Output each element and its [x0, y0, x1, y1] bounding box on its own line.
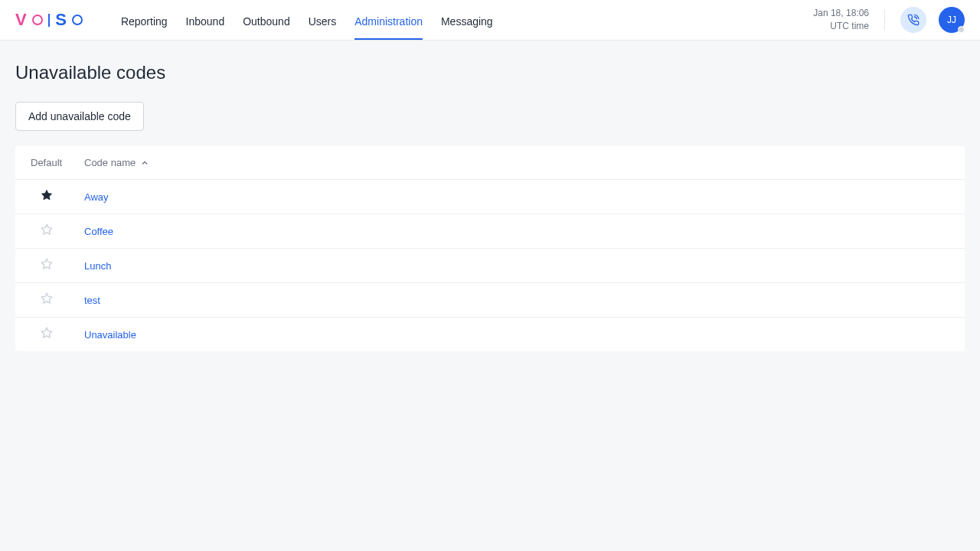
default-cell [31, 189, 84, 204]
codes-table: Default Code name Away Coffee [15, 146, 965, 351]
phone-button[interactable] [900, 7, 926, 33]
star-outline-icon[interactable] [41, 292, 53, 308]
time-display: Jan 18, 18:06 UTC time [813, 7, 869, 33]
code-name-link[interactable]: test [84, 295, 100, 306]
table-row: test [15, 283, 965, 318]
datetime-text: Jan 18, 18:06 [813, 7, 869, 20]
default-cell [31, 327, 84, 342]
divider [884, 9, 885, 31]
add-unavailable-code-button[interactable]: Add unavailable code [15, 102, 144, 131]
svg-marker-0 [41, 190, 51, 200]
page-title: Unavailable codes [15, 62, 965, 83]
default-cell [31, 258, 84, 273]
star-outline-icon[interactable] [41, 258, 53, 273]
table-row: Unavailable [15, 318, 965, 351]
user-avatar[interactable]: JJ [939, 7, 965, 33]
page-content: Unavailable codes Add unavailable code D… [0, 41, 980, 373]
timezone-text: UTC time [813, 20, 869, 33]
code-name-link[interactable]: Away [84, 191, 109, 203]
nav-reporting[interactable]: Reporting [121, 2, 168, 39]
column-code-name-label: Code name [84, 157, 136, 168]
logo[interactable]: V S [15, 10, 83, 30]
sort-ascending-icon [140, 158, 149, 168]
table-row: Coffee [15, 214, 965, 249]
nav-administration[interactable]: Administration [354, 2, 423, 39]
star-icon[interactable] [41, 189, 53, 204]
code-name-link[interactable]: Coffee [84, 226, 113, 237]
column-code-name[interactable]: Code name [84, 157, 149, 168]
code-name-link[interactable]: Unavailable [84, 329, 136, 341]
header-right: Jan 18, 18:06 UTC time JJ [813, 7, 965, 33]
nav-inbound[interactable]: Inbound [186, 2, 225, 39]
svg-marker-3 [41, 293, 51, 303]
column-default: Default [31, 157, 84, 168]
default-cell [31, 223, 84, 239]
table-row: Lunch [15, 249, 965, 283]
status-dot-icon [958, 26, 965, 33]
avatar-initials: JJ [947, 15, 956, 25]
main-nav: Reporting Inbound Outbound Users Adminis… [121, 2, 813, 39]
code-name-link[interactable]: Lunch [84, 260, 111, 272]
svg-marker-1 [41, 224, 51, 234]
star-outline-icon[interactable] [41, 327, 53, 342]
default-cell [31, 292, 84, 308]
svg-marker-2 [41, 259, 51, 269]
svg-marker-4 [41, 328, 51, 337]
phone-icon [907, 14, 920, 26]
star-outline-icon[interactable] [41, 223, 53, 239]
nav-outbound[interactable]: Outbound [243, 2, 290, 39]
nav-messaging[interactable]: Messaging [441, 2, 493, 39]
app-header: V S Reporting Inbound Outbound Users Adm… [0, 0, 980, 41]
table-header: Default Code name [15, 146, 965, 180]
nav-users[interactable]: Users [309, 2, 337, 39]
table-row: Away [15, 180, 965, 214]
